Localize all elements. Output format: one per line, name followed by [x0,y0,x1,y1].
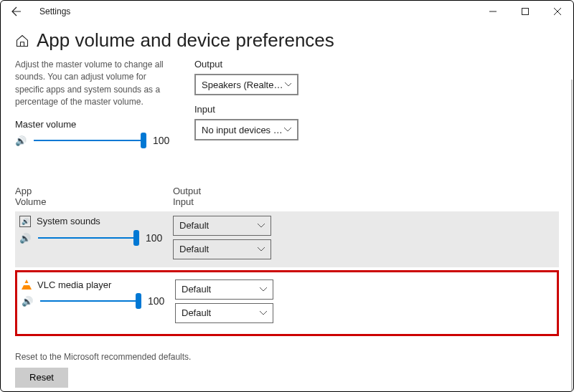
master-volume-slider[interactable] [34,135,146,146]
app-row-vlc: VLC media player 100 Default [17,275,557,331]
vlc-input-select[interactable]: Default [175,303,273,323]
system-output-select[interactable]: Default [173,216,271,236]
minimize-icon [489,8,497,15]
speaker-icon[interactable] [19,231,31,244]
input-select-value: No input devices fo... [202,125,284,135]
app-name: VLC media player [37,279,111,290]
arrow-left-icon [11,6,22,17]
vlc-volume-slider[interactable] [40,295,141,307]
vlc-icon [22,279,32,290]
app-name: System sounds [37,216,100,226]
speaker-icon[interactable] [22,295,33,307]
reset-button[interactable]: Reset [15,368,68,388]
speaker-icon[interactable] [15,134,27,147]
back-button[interactable] [1,1,32,22]
chevron-down-icon [260,287,267,292]
chevron-down-icon [258,224,265,228]
svg-rect-1 [522,9,528,15]
scrollbar[interactable] [571,80,573,391]
chevron-down-icon [285,82,291,87]
chevron-down-icon [258,247,265,252]
system-volume-slider[interactable] [38,232,138,244]
page-description: Adjust the master volume to change all s… [15,59,173,109]
chevron-down-icon [284,128,291,132]
titlebar: Settings [1,1,573,22]
home-icon[interactable] [15,34,29,48]
vlc-output-select[interactable]: Default [175,279,273,300]
output-select-value: Speakers (Realtek Hi... [202,80,285,90]
maximize-icon [522,8,529,15]
minimize-button[interactable] [476,1,509,22]
column-header-app: App Volume [15,186,173,207]
input-select[interactable]: No input devices fo... [194,119,298,140]
master-volume-label: Master volume [15,119,173,130]
system-input-select[interactable]: Default [173,239,271,259]
chevron-down-icon [260,311,267,315]
close-button[interactable] [541,1,573,22]
vlc-volume-value: 100 [148,295,168,307]
app-row-system: 🔊 System sounds 100 Default [15,211,559,267]
column-header-device: Output Input [173,186,201,207]
close-icon [554,8,561,15]
maximize-button[interactable] [509,1,541,22]
input-label: Input [194,104,298,115]
highlight-box: VLC media player 100 Default [15,270,559,336]
system-volume-value: 100 [146,232,166,244]
output-select[interactable]: Speakers (Realtek Hi... [194,74,298,95]
output-label: Output [194,59,298,70]
master-volume-value: 100 [153,135,173,146]
window-title: Settings [39,6,70,16]
window-frame: Settings App volume and device preferenc… [0,0,574,392]
reset-description: Reset to the Microsoft recommended defau… [15,352,559,362]
system-sounds-icon: 🔊 [19,216,31,227]
page-title: App volume and device preferences [37,29,334,52]
